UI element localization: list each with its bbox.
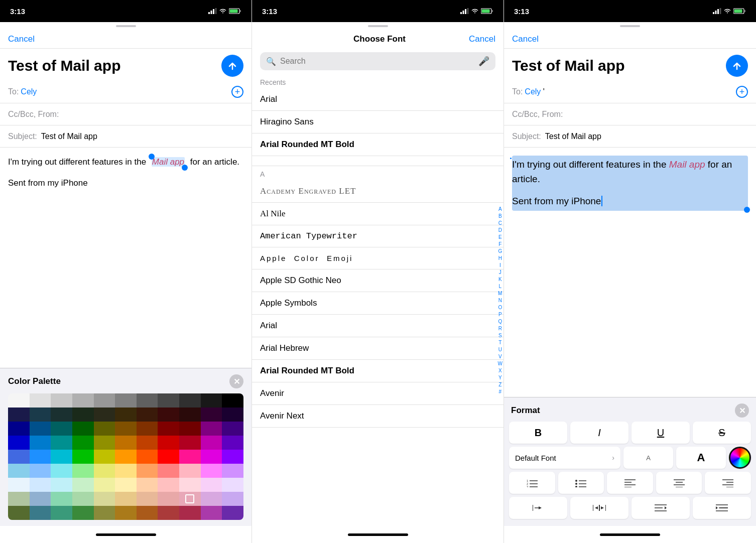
color-cell[interactable] — [94, 450, 115, 464]
subject-field-1[interactable]: Subject: Test of Mail app — [0, 125, 251, 148]
strikethrough-button[interactable]: S — [693, 422, 751, 444]
color-cell[interactable] — [72, 506, 94, 520]
align-right-button[interactable] — [705, 472, 751, 494]
larger-text-button[interactable]: A — [676, 447, 726, 469]
color-cell[interactable] — [158, 478, 179, 492]
color-cell[interactable] — [115, 464, 137, 478]
color-cell[interactable] — [222, 408, 243, 422]
az-letter-x[interactable]: X — [498, 367, 502, 374]
color-cell[interactable] — [158, 422, 179, 436]
underline-button[interactable]: U — [632, 422, 690, 444]
color-cell[interactable] — [137, 464, 158, 478]
az-letter-j[interactable]: J — [499, 269, 501, 276]
bold-button[interactable]: B — [509, 422, 567, 444]
color-cell[interactable] — [222, 506, 243, 520]
color-cell[interactable] — [30, 408, 51, 422]
color-cell[interactable] — [8, 464, 30, 478]
send-button-3[interactable] — [726, 55, 748, 77]
color-cell[interactable] — [158, 450, 179, 464]
indent-left-edge-button[interactable] — [509, 497, 567, 519]
az-letter-w[interactable]: W — [498, 360, 502, 367]
color-cell[interactable] — [179, 422, 201, 436]
color-cell[interactable] — [8, 506, 30, 520]
az-letter-k[interactable]: K — [498, 276, 502, 283]
color-cell[interactable] — [8, 492, 30, 506]
color-cell[interactable] — [51, 450, 72, 464]
az-letter-z[interactable]: Z — [498, 381, 501, 388]
az-letter-d[interactable]: D — [498, 227, 502, 233]
color-cell[interactable] — [222, 492, 243, 506]
color-cell[interactable] — [137, 492, 158, 506]
color-cell[interactable] — [201, 450, 222, 464]
az-letter-e[interactable]: E — [498, 234, 502, 240]
font-item-al-nile[interactable]: Al Nile — [252, 203, 503, 225]
cc-field-1[interactable]: Cc/Bcc, From: — [0, 103, 251, 125]
color-cell[interactable] — [179, 408, 201, 422]
color-cell[interactable] — [158, 408, 179, 422]
color-cell-selected[interactable] — [179, 492, 201, 506]
color-cell[interactable] — [72, 492, 94, 506]
az-letter-h[interactable]: H — [498, 255, 502, 261]
indent-align-right-button[interactable] — [693, 497, 751, 519]
font-item-apple-color-emoji[interactable]: Apple Color Emoji — [252, 247, 503, 269]
az-letter-m[interactable]: M — [498, 290, 502, 297]
color-cell[interactable] — [201, 464, 222, 478]
color-cell[interactable] — [115, 450, 137, 464]
font-item-avenir-next[interactable]: Avenir Next — [252, 405, 503, 428]
color-cell[interactable] — [158, 492, 179, 506]
color-palette-close-button[interactable]: ✕ — [229, 374, 243, 388]
color-cell[interactable] — [222, 450, 243, 464]
align-left-button[interactable] — [607, 472, 653, 494]
az-letter-f[interactable]: F — [498, 241, 501, 247]
color-cell[interactable] — [51, 464, 72, 478]
color-cell[interactable] — [137, 393, 158, 408]
color-cell[interactable] — [137, 506, 158, 520]
color-cell[interactable] — [94, 393, 115, 408]
color-cell[interactable] — [94, 422, 115, 436]
color-cell[interactable] — [51, 436, 72, 450]
color-cell[interactable] — [115, 422, 137, 436]
az-letter-t[interactable]: T — [498, 339, 501, 346]
color-cell[interactable] — [72, 450, 94, 464]
text-color-button[interactable] — [729, 447, 751, 469]
az-letter-o[interactable]: O — [498, 304, 502, 311]
color-cell[interactable] — [137, 436, 158, 450]
to-field-1[interactable]: To: Cely + — [0, 81, 251, 103]
color-cell[interactable] — [222, 478, 243, 492]
color-cell[interactable] — [51, 393, 72, 408]
az-letter-u[interactable]: U — [498, 346, 502, 353]
color-cell[interactable] — [30, 492, 51, 506]
font-item-arial-rounded[interactable]: Arial Rounded MT Bold — [252, 360, 503, 382]
az-letter-g[interactable]: G — [498, 248, 502, 254]
az-letter-n[interactable]: N — [498, 297, 502, 304]
color-cell[interactable] — [72, 393, 94, 408]
color-cell[interactable] — [115, 393, 137, 408]
color-cell[interactable] — [222, 436, 243, 450]
color-cell[interactable] — [201, 492, 222, 506]
font-cancel-button[interactable]: Cancel — [469, 34, 495, 44]
color-cell[interactable] — [201, 478, 222, 492]
az-letter-p[interactable]: P — [498, 311, 502, 318]
color-cell[interactable] — [222, 464, 243, 478]
az-letter-y[interactable]: Y — [498, 374, 502, 381]
color-cell[interactable] — [30, 464, 51, 478]
italic-button[interactable]: I — [570, 422, 628, 444]
body-area-3[interactable]: I'm trying out different features in the… — [504, 148, 756, 397]
font-name-button[interactable]: Default Font › — [509, 447, 620, 469]
font-item-apple-symbols[interactable]: Apple Symbols — [252, 292, 503, 315]
color-cell[interactable] — [94, 408, 115, 422]
color-cell[interactable] — [201, 506, 222, 520]
color-cell[interactable] — [94, 478, 115, 492]
mic-icon[interactable]: 🎤 — [478, 56, 489, 67]
color-cell[interactable] — [51, 408, 72, 422]
color-cell[interactable] — [137, 450, 158, 464]
to-field-3[interactable]: To: Cely ' + — [504, 81, 756, 103]
font-item-avenir[interactable]: Avenir — [252, 382, 503, 405]
color-cell[interactable] — [72, 436, 94, 450]
cc-field-3[interactable]: Cc/Bcc, From: — [504, 103, 756, 125]
color-cell[interactable] — [158, 464, 179, 478]
color-cell[interactable] — [30, 436, 51, 450]
color-cell[interactable] — [179, 393, 201, 408]
az-letter-i[interactable]: I — [499, 262, 501, 268]
font-item-american-typewriter[interactable]: American Typewriter — [252, 225, 503, 247]
